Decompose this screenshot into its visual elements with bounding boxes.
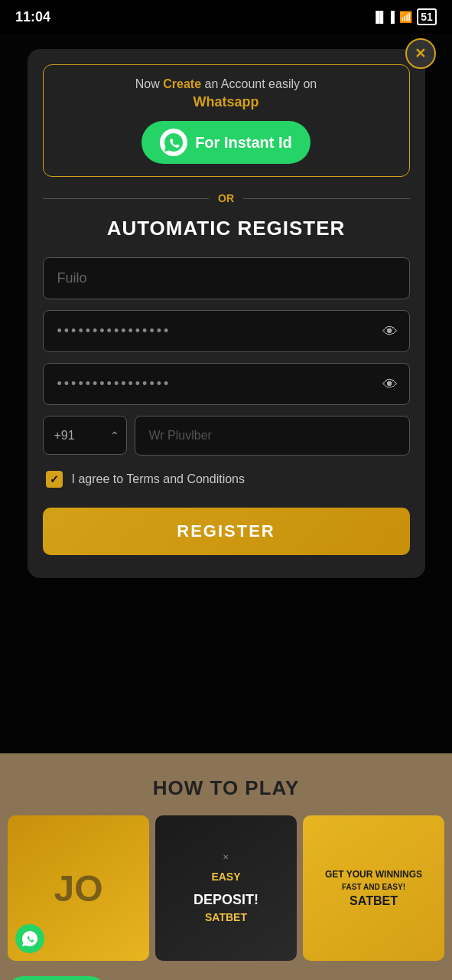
- modal-overlay: ✕ Now Create an Account easily on Whatsa…: [0, 34, 452, 753]
- how-to-play-title: HOW TO PLAY: [153, 776, 300, 800]
- card2-content: ✕ EASY DEPOSIT! SATBET: [186, 845, 266, 931]
- status-bar: 11:04 ▐▌▐ 📶 51: [0, 0, 452, 34]
- card1-label: [131, 946, 143, 958]
- banner-post: an Account easily on: [204, 77, 317, 90]
- close-icon: ✕: [415, 47, 426, 60]
- whatsapp-button-text: For Instant Id: [195, 134, 292, 152]
- whatsapp-icon: [160, 129, 187, 156]
- card1-whatsapp-icon: [15, 924, 44, 953]
- banner-highlight: Create: [163, 77, 201, 90]
- country-code-wrapper: +91 +1 +44 ⌃: [43, 416, 127, 456]
- whatsapp-button[interactable]: For Instant Id: [141, 121, 311, 164]
- wifi-icon: 📶: [399, 11, 412, 23]
- modal-box: ✕ Now Create an Account easily on Whatsa…: [28, 49, 425, 578]
- register-button[interactable]: REGISTER: [43, 508, 410, 555]
- confirm-password-input[interactable]: [43, 363, 410, 405]
- cards-row: JO ✕ EASY DEPOSIT! SATBET GET YOUR WINNI…: [0, 815, 452, 961]
- how-to-play-card-1[interactable]: JO: [8, 815, 149, 961]
- contact-float-button[interactable]: 💬 Contact us: [8, 976, 106, 980]
- confirm-password-eye-icon[interactable]: 👁: [382, 375, 398, 393]
- register-title: AUTOMATIC REGISTER: [43, 217, 410, 240]
- whatsapp-banner: Now Create an Account easily on Whatsapp…: [43, 64, 410, 177]
- checkmark-icon: ✓: [50, 473, 59, 485]
- card1-sub: JO: [54, 867, 102, 910]
- phone-input[interactable]: [135, 416, 410, 456]
- card3-title: GET YOUR WINNINGS: [325, 869, 422, 880]
- status-icons: ▐▌▐ 📶 51: [372, 8, 437, 25]
- signal-icon: ▐▌▐: [372, 11, 395, 23]
- terms-label: I agree to Terms and Conditions: [72, 472, 246, 486]
- card2-label: EASY: [205, 864, 246, 889]
- background-section: HOW TO PLAY JO ✕ EASY DEPOSIT!: [0, 753, 452, 980]
- country-code-select[interactable]: +91 +1 +44: [43, 416, 127, 455]
- banner-pre: Now: [135, 77, 160, 90]
- card3-sub: FAST AND EASY!: [342, 883, 405, 891]
- card2-top: ✕: [223, 853, 229, 861]
- status-time: 11:04: [15, 9, 50, 25]
- close-button[interactable]: ✕: [405, 38, 436, 69]
- banner-text: Now Create an Account easily on: [59, 77, 394, 91]
- password-input[interactable]: [43, 310, 410, 352]
- username-input[interactable]: [43, 257, 410, 299]
- terms-checkbox[interactable]: ✓: [46, 471, 63, 488]
- or-divider: OR: [43, 192, 410, 204]
- whatsapp-label: Whatsapp: [59, 94, 394, 110]
- password-wrapper: 👁: [43, 310, 410, 352]
- card3-brand: SATBET: [350, 894, 398, 908]
- phone-row: +91 +1 +44 ⌃: [43, 416, 410, 456]
- confirm-password-wrapper: 👁: [43, 363, 410, 405]
- terms-row: ✓ I agree to Terms and Conditions: [43, 471, 410, 488]
- card3-content: GET YOUR WINNINGS FAST AND EASY! SATBET: [317, 861, 430, 916]
- card2-brand: SATBET: [205, 911, 247, 923]
- card2-sublabel: DEPOSIT!: [193, 892, 259, 908]
- how-to-play-card-2[interactable]: ✕ EASY DEPOSIT! SATBET: [155, 815, 297, 961]
- or-text: OR: [218, 192, 234, 204]
- password-eye-icon[interactable]: 👁: [382, 322, 398, 340]
- battery-icon: 51: [417, 8, 437, 25]
- how-to-play-card-3[interactable]: GET YOUR WINNINGS FAST AND EASY! SATBET: [303, 815, 444, 961]
